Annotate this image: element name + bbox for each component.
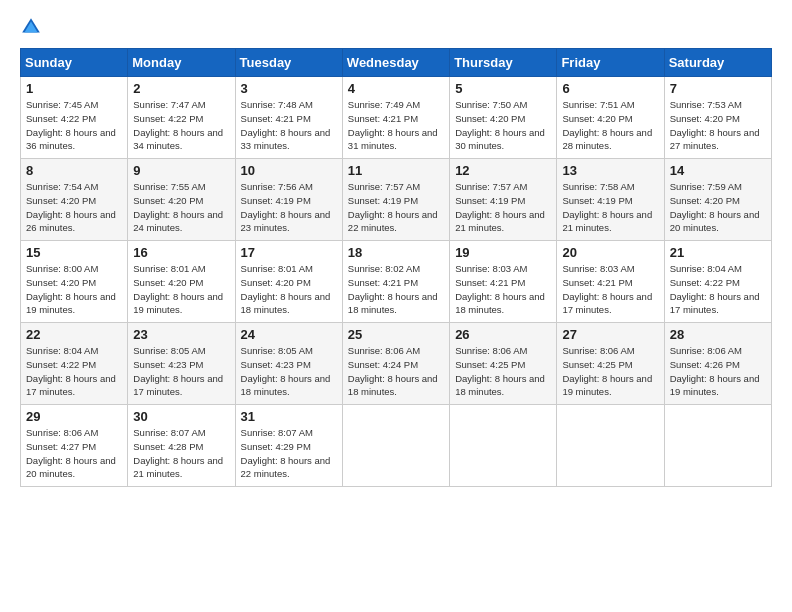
calendar-day-cell: [342, 405, 449, 487]
day-number: 28: [670, 327, 766, 342]
day-number: 8: [26, 163, 122, 178]
day-number: 29: [26, 409, 122, 424]
day-number: 23: [133, 327, 229, 342]
day-info: Sunrise: 8:00 AM Sunset: 4:20 PM Dayligh…: [26, 262, 122, 317]
day-number: 9: [133, 163, 229, 178]
calendar-day-cell: [664, 405, 771, 487]
day-info: Sunrise: 8:02 AM Sunset: 4:21 PM Dayligh…: [348, 262, 444, 317]
day-number: 6: [562, 81, 658, 96]
day-info: Sunrise: 7:55 AM Sunset: 4:20 PM Dayligh…: [133, 180, 229, 235]
day-number: 19: [455, 245, 551, 260]
day-number: 20: [562, 245, 658, 260]
day-info: Sunrise: 7:54 AM Sunset: 4:20 PM Dayligh…: [26, 180, 122, 235]
calendar-week-row: 1 Sunrise: 7:45 AM Sunset: 4:22 PM Dayli…: [21, 77, 772, 159]
day-number: 25: [348, 327, 444, 342]
day-number: 7: [670, 81, 766, 96]
day-number: 2: [133, 81, 229, 96]
calendar-day-cell: 17 Sunrise: 8:01 AM Sunset: 4:20 PM Dayl…: [235, 241, 342, 323]
logo: [20, 16, 46, 38]
day-number: 16: [133, 245, 229, 260]
page: SundayMondayTuesdayWednesdayThursdayFrid…: [0, 0, 792, 612]
calendar-day-cell: 21 Sunrise: 8:04 AM Sunset: 4:22 PM Dayl…: [664, 241, 771, 323]
calendar-day-cell: 6 Sunrise: 7:51 AM Sunset: 4:20 PM Dayli…: [557, 77, 664, 159]
day-number: 22: [26, 327, 122, 342]
calendar-day-cell: 30 Sunrise: 8:07 AM Sunset: 4:28 PM Dayl…: [128, 405, 235, 487]
calendar-day-cell: 8 Sunrise: 7:54 AM Sunset: 4:20 PM Dayli…: [21, 159, 128, 241]
day-number: 4: [348, 81, 444, 96]
calendar-day-cell: 28 Sunrise: 8:06 AM Sunset: 4:26 PM Dayl…: [664, 323, 771, 405]
calendar-day-cell: 26 Sunrise: 8:06 AM Sunset: 4:25 PM Dayl…: [450, 323, 557, 405]
calendar-day-cell: 27 Sunrise: 8:06 AM Sunset: 4:25 PM Dayl…: [557, 323, 664, 405]
day-info: Sunrise: 7:57 AM Sunset: 4:19 PM Dayligh…: [348, 180, 444, 235]
calendar-body: 1 Sunrise: 7:45 AM Sunset: 4:22 PM Dayli…: [21, 77, 772, 487]
day-number: 27: [562, 327, 658, 342]
calendar-day-cell: 13 Sunrise: 7:58 AM Sunset: 4:19 PM Dayl…: [557, 159, 664, 241]
day-info: Sunrise: 7:58 AM Sunset: 4:19 PM Dayligh…: [562, 180, 658, 235]
weekday-header-cell: Sunday: [21, 49, 128, 77]
day-info: Sunrise: 8:01 AM Sunset: 4:20 PM Dayligh…: [133, 262, 229, 317]
calendar-day-cell: 14 Sunrise: 7:59 AM Sunset: 4:20 PM Dayl…: [664, 159, 771, 241]
calendar-day-cell: 5 Sunrise: 7:50 AM Sunset: 4:20 PM Dayli…: [450, 77, 557, 159]
header: [20, 16, 772, 38]
calendar-day-cell: 4 Sunrise: 7:49 AM Sunset: 4:21 PM Dayli…: [342, 77, 449, 159]
calendar-week-row: 29 Sunrise: 8:06 AM Sunset: 4:27 PM Dayl…: [21, 405, 772, 487]
calendar-week-row: 8 Sunrise: 7:54 AM Sunset: 4:20 PM Dayli…: [21, 159, 772, 241]
day-number: 21: [670, 245, 766, 260]
day-info: Sunrise: 8:06 AM Sunset: 4:25 PM Dayligh…: [562, 344, 658, 399]
day-info: Sunrise: 8:01 AM Sunset: 4:20 PM Dayligh…: [241, 262, 337, 317]
weekday-header-cell: Friday: [557, 49, 664, 77]
logo-icon: [20, 16, 42, 38]
weekday-header-cell: Thursday: [450, 49, 557, 77]
calendar-day-cell: 25 Sunrise: 8:06 AM Sunset: 4:24 PM Dayl…: [342, 323, 449, 405]
weekday-header-cell: Monday: [128, 49, 235, 77]
day-info: Sunrise: 7:51 AM Sunset: 4:20 PM Dayligh…: [562, 98, 658, 153]
day-info: Sunrise: 7:59 AM Sunset: 4:20 PM Dayligh…: [670, 180, 766, 235]
calendar-day-cell: 15 Sunrise: 8:00 AM Sunset: 4:20 PM Dayl…: [21, 241, 128, 323]
day-info: Sunrise: 8:06 AM Sunset: 4:25 PM Dayligh…: [455, 344, 551, 399]
day-info: Sunrise: 8:07 AM Sunset: 4:28 PM Dayligh…: [133, 426, 229, 481]
day-info: Sunrise: 7:45 AM Sunset: 4:22 PM Dayligh…: [26, 98, 122, 153]
day-info: Sunrise: 8:05 AM Sunset: 4:23 PM Dayligh…: [241, 344, 337, 399]
day-info: Sunrise: 8:04 AM Sunset: 4:22 PM Dayligh…: [26, 344, 122, 399]
day-info: Sunrise: 8:03 AM Sunset: 4:21 PM Dayligh…: [562, 262, 658, 317]
day-info: Sunrise: 8:03 AM Sunset: 4:21 PM Dayligh…: [455, 262, 551, 317]
calendar-day-cell: 31 Sunrise: 8:07 AM Sunset: 4:29 PM Dayl…: [235, 405, 342, 487]
calendar-day-cell: 2 Sunrise: 7:47 AM Sunset: 4:22 PM Dayli…: [128, 77, 235, 159]
day-number: 3: [241, 81, 337, 96]
calendar-day-cell: 16 Sunrise: 8:01 AM Sunset: 4:20 PM Dayl…: [128, 241, 235, 323]
day-number: 31: [241, 409, 337, 424]
day-number: 11: [348, 163, 444, 178]
day-number: 1: [26, 81, 122, 96]
day-info: Sunrise: 8:06 AM Sunset: 4:26 PM Dayligh…: [670, 344, 766, 399]
day-number: 24: [241, 327, 337, 342]
calendar-day-cell: [450, 405, 557, 487]
day-number: 18: [348, 245, 444, 260]
day-info: Sunrise: 8:06 AM Sunset: 4:27 PM Dayligh…: [26, 426, 122, 481]
calendar-day-cell: 18 Sunrise: 8:02 AM Sunset: 4:21 PM Dayl…: [342, 241, 449, 323]
day-info: Sunrise: 8:04 AM Sunset: 4:22 PM Dayligh…: [670, 262, 766, 317]
day-info: Sunrise: 8:07 AM Sunset: 4:29 PM Dayligh…: [241, 426, 337, 481]
calendar-day-cell: 12 Sunrise: 7:57 AM Sunset: 4:19 PM Dayl…: [450, 159, 557, 241]
calendar-day-cell: 23 Sunrise: 8:05 AM Sunset: 4:23 PM Dayl…: [128, 323, 235, 405]
day-info: Sunrise: 7:53 AM Sunset: 4:20 PM Dayligh…: [670, 98, 766, 153]
calendar-day-cell: 3 Sunrise: 7:48 AM Sunset: 4:21 PM Dayli…: [235, 77, 342, 159]
calendar-day-cell: 1 Sunrise: 7:45 AM Sunset: 4:22 PM Dayli…: [21, 77, 128, 159]
calendar-day-cell: 19 Sunrise: 8:03 AM Sunset: 4:21 PM Dayl…: [450, 241, 557, 323]
weekday-header-cell: Tuesday: [235, 49, 342, 77]
day-info: Sunrise: 7:49 AM Sunset: 4:21 PM Dayligh…: [348, 98, 444, 153]
day-info: Sunrise: 7:50 AM Sunset: 4:20 PM Dayligh…: [455, 98, 551, 153]
day-info: Sunrise: 7:47 AM Sunset: 4:22 PM Dayligh…: [133, 98, 229, 153]
day-info: Sunrise: 7:48 AM Sunset: 4:21 PM Dayligh…: [241, 98, 337, 153]
calendar-day-cell: 7 Sunrise: 7:53 AM Sunset: 4:20 PM Dayli…: [664, 77, 771, 159]
day-number: 13: [562, 163, 658, 178]
day-info: Sunrise: 7:56 AM Sunset: 4:19 PM Dayligh…: [241, 180, 337, 235]
calendar-day-cell: 22 Sunrise: 8:04 AM Sunset: 4:22 PM Dayl…: [21, 323, 128, 405]
calendar-day-cell: 24 Sunrise: 8:05 AM Sunset: 4:23 PM Dayl…: [235, 323, 342, 405]
day-info: Sunrise: 7:57 AM Sunset: 4:19 PM Dayligh…: [455, 180, 551, 235]
weekday-header-row: SundayMondayTuesdayWednesdayThursdayFrid…: [21, 49, 772, 77]
weekday-header-cell: Saturday: [664, 49, 771, 77]
calendar-week-row: 15 Sunrise: 8:00 AM Sunset: 4:20 PM Dayl…: [21, 241, 772, 323]
calendar-table: SundayMondayTuesdayWednesdayThursdayFrid…: [20, 48, 772, 487]
calendar-day-cell: 11 Sunrise: 7:57 AM Sunset: 4:19 PM Dayl…: [342, 159, 449, 241]
calendar-day-cell: 10 Sunrise: 7:56 AM Sunset: 4:19 PM Dayl…: [235, 159, 342, 241]
